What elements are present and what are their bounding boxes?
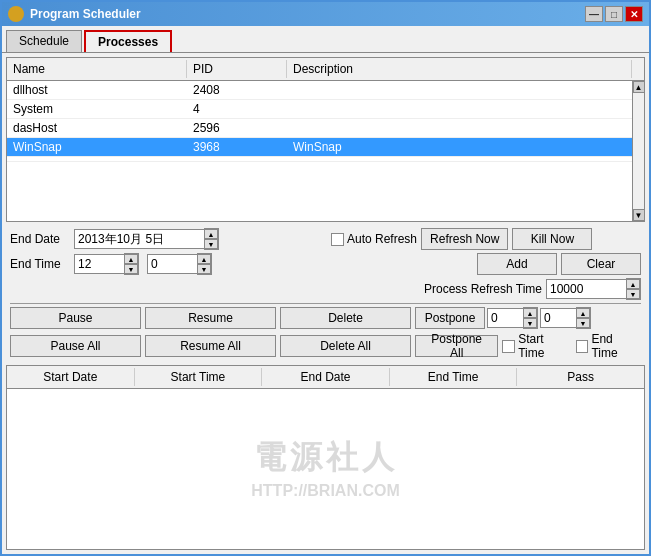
postpone2-spin-down[interactable]: ▼ (576, 318, 590, 328)
bottom-table: Start Date Start Time End Date End Time … (6, 365, 645, 550)
date-spin-up[interactable]: ▲ (204, 229, 218, 239)
add-button[interactable]: Add (477, 253, 557, 275)
end-time-input2[interactable] (147, 254, 197, 274)
delete-all-button[interactable]: Delete All (280, 335, 411, 357)
time-spin-down[interactable]: ▼ (124, 264, 138, 274)
watermark: 電源社人 HTTP://BRIAN.COM (251, 435, 399, 502)
bottom-col-end-date: End Date (262, 368, 390, 386)
end-time-label2: End Time (591, 332, 641, 360)
time2-spin-up[interactable]: ▲ (197, 254, 211, 264)
scroll-down-button[interactable]: ▼ (633, 209, 645, 221)
postpone-val2-input[interactable] (540, 308, 576, 328)
end-date-row: End Date ▲ ▼ (10, 228, 325, 250)
process-table: Name PID Description dllhost 2408 System… (6, 57, 645, 222)
close-button[interactable]: ✕ (625, 6, 643, 22)
refresh-time-spin-up[interactable]: ▲ (626, 279, 640, 289)
col-name: Name (7, 60, 187, 78)
col-description: Description (287, 60, 632, 78)
controls-area: End Date ▲ ▼ End Time (6, 222, 645, 362)
refresh-now-button[interactable]: Refresh Now (421, 228, 508, 250)
auto-refresh-checkbox[interactable] (331, 233, 344, 246)
table-body: dllhost 2408 System 4 dasHost 2596 (7, 81, 632, 221)
add-clear-row: Add Clear (331, 253, 641, 275)
action-row2: Pause All Resume All Delete All Postpone… (10, 332, 641, 360)
table-header: Name PID Description (7, 58, 644, 81)
resume-all-button[interactable]: Resume All (145, 335, 276, 357)
action-row1: Pause Resume Delete Postpone ▲ ▼ (10, 307, 641, 329)
main-content: Name PID Description dllhost 2408 System… (2, 52, 649, 554)
postpone-all-group: Postpone All Start Time End Time (415, 332, 641, 360)
scroll-up-button[interactable]: ▲ (633, 81, 645, 93)
end-time-row: End Time ▲ ▼ ▲ ▼ (10, 253, 325, 275)
pause-all-button[interactable]: Pause All (10, 335, 141, 357)
process-refresh-row: Process Refresh Time ▲ ▼ (331, 278, 641, 300)
postpone-button[interactable]: Postpone (415, 307, 485, 329)
process-refresh-time-input[interactable] (546, 279, 626, 299)
table-row-selected[interactable]: WinSnap 3968 WinSnap (7, 138, 632, 157)
end-time-checkbox[interactable] (576, 340, 589, 353)
app-icon (8, 6, 24, 22)
bottom-table-body: 電源社人 HTTP://BRIAN.COM (7, 389, 644, 549)
date-spin-down[interactable]: ▼ (204, 239, 218, 249)
main-window: Program Scheduler — □ ✕ Schedule Process… (0, 0, 651, 556)
end-date-input[interactable] (74, 229, 204, 249)
bottom-col-pass: Pass (517, 368, 644, 386)
postpone1-spin-down[interactable]: ▼ (523, 318, 537, 328)
table-row[interactable] (7, 157, 632, 162)
postpone-all-button[interactable]: Postpone All (415, 335, 498, 357)
table-row[interactable]: System 4 (7, 100, 632, 119)
start-time-label: Start Time (518, 332, 572, 360)
process-refresh-time-group: ▲ ▼ (546, 278, 641, 300)
table-row[interactable]: dllhost 2408 (7, 81, 632, 100)
tab-bar: Schedule Processes (2, 26, 649, 52)
divider (10, 303, 641, 304)
end-date-input-group: ▲ ▼ (74, 228, 219, 250)
end-time-checkbox-label[interactable]: End Time (576, 332, 641, 360)
table-row[interactable]: dasHost 2596 (7, 119, 632, 138)
bottom-table-header: Start Date Start Time End Date End Time … (7, 366, 644, 389)
title-bar: Program Scheduler — □ ✕ (2, 2, 649, 26)
end-time-input-group2: ▲ ▼ (147, 253, 212, 275)
postpone2-spin-up[interactable]: ▲ (576, 308, 590, 318)
postpone-val2-group: ▲ ▼ (540, 307, 591, 329)
postpone-val1-group: ▲ ▼ (487, 307, 538, 329)
process-refresh-time-label: Process Refresh Time (424, 282, 542, 296)
start-time-checkbox[interactable] (502, 340, 515, 353)
end-time-input-group: ▲ ▼ (74, 253, 139, 275)
end-time-input[interactable] (74, 254, 124, 274)
col-pid: PID (187, 60, 287, 78)
end-time-label: End Time (10, 257, 70, 271)
postpone-val1-input[interactable] (487, 308, 523, 328)
refresh-row1: Auto Refresh Refresh Now Kill Now (331, 228, 641, 250)
time-spin-up[interactable]: ▲ (124, 254, 138, 264)
tab-schedule[interactable]: Schedule (6, 30, 82, 52)
resume-button[interactable]: Resume (145, 307, 276, 329)
time2-spin-down[interactable]: ▼ (197, 264, 211, 274)
auto-refresh-label: Auto Refresh (347, 232, 417, 246)
pause-button[interactable]: Pause (10, 307, 141, 329)
delete-button[interactable]: Delete (280, 307, 411, 329)
table-scrollbar[interactable]: ▲ ▼ (632, 81, 644, 221)
clear-button[interactable]: Clear (561, 253, 641, 275)
tab-processes[interactable]: Processes (84, 30, 172, 52)
end-date-label: End Date (10, 232, 70, 246)
refresh-time-spin-down[interactable]: ▼ (626, 289, 640, 299)
auto-refresh-checkbox-label[interactable]: Auto Refresh (331, 232, 417, 246)
start-time-checkbox-label[interactable]: Start Time (502, 332, 571, 360)
bottom-col-start-time: Start Time (135, 368, 263, 386)
bottom-col-end-time: End Time (390, 368, 518, 386)
title-bar-buttons: — □ ✕ (585, 6, 643, 22)
window-title: Program Scheduler (30, 7, 141, 21)
minimize-button[interactable]: — (585, 6, 603, 22)
bottom-col-start-date: Start Date (7, 368, 135, 386)
maximize-button[interactable]: □ (605, 6, 623, 22)
postpone1-spin-up[interactable]: ▲ (523, 308, 537, 318)
postpone-group: Postpone ▲ ▼ ▲ ▼ (415, 307, 641, 329)
kill-now-button[interactable]: Kill Now (512, 228, 592, 250)
